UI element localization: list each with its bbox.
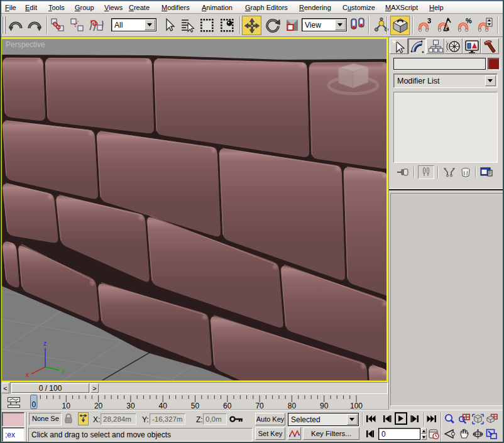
svg-text:z: z [43,340,47,347]
svg-text:50: 50 [191,402,200,410]
svg-text:10: 10 [62,402,71,410]
svg-text:y: y [62,368,65,375]
svg-text:100: 100 [350,402,363,410]
svg-text:70: 70 [255,402,264,410]
svg-text:%: % [466,17,472,25]
svg-text:30: 30 [126,402,135,410]
svg-text:x: x [26,371,29,378]
svg-text:80: 80 [288,402,297,410]
svg-text:60: 60 [223,402,232,410]
svg-text:20: 20 [94,402,103,410]
svg-text:0: 0 [31,400,36,409]
svg-text:90: 90 [320,402,329,410]
svg-text:40: 40 [159,402,168,410]
svg-text:3: 3 [427,17,431,25]
